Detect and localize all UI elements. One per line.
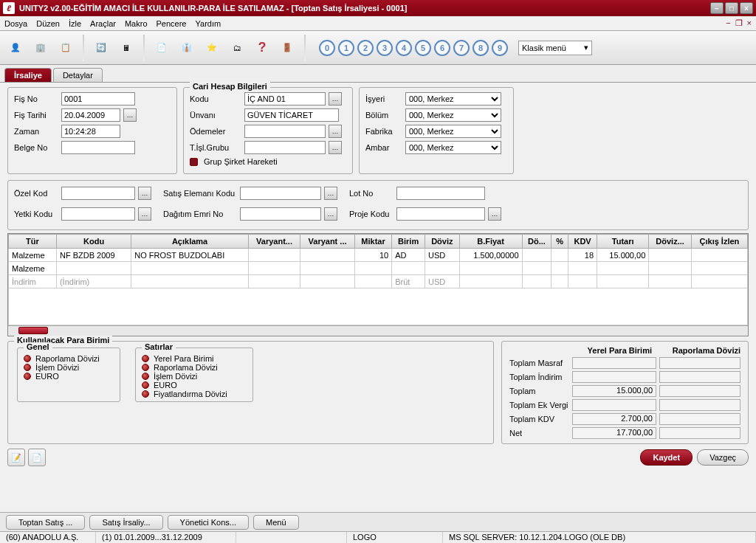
col-header[interactable]: Dö... (522, 235, 551, 249)
chk-grup[interactable] (190, 158, 198, 166)
col-header[interactable]: Çıkış İzlen (691, 235, 747, 249)
browse-odemeler[interactable]: … (329, 125, 342, 138)
tb-list-icon[interactable]: 📋 (55, 35, 77, 61)
radio-option[interactable]: Raporlama Dövizi (24, 354, 114, 363)
col-header[interactable]: Tutarı (597, 235, 649, 249)
col-header[interactable]: % (551, 235, 568, 249)
browse-tislgrubu[interactable]: … (329, 141, 342, 154)
task-satis[interactable]: Satış İrsaliy... (89, 515, 162, 530)
num-6[interactable]: 6 (434, 40, 450, 56)
col-header[interactable]: B.Fiyat (459, 235, 522, 249)
num-2[interactable]: 2 (357, 40, 374, 56)
num-7[interactable]: 7 (453, 40, 470, 56)
save-button[interactable]: Kaydet (640, 449, 693, 466)
mdi-minimize-icon[interactable]: − (726, 18, 730, 28)
num-8[interactable]: 8 (472, 40, 489, 56)
browse-yetkikodu[interactable]: … (138, 207, 151, 221)
menu-araclar[interactable]: Araçlar (90, 19, 116, 28)
mdi-close-icon[interactable]: × (747, 18, 752, 28)
sel-fabrika[interactable]: 000, Merkez (405, 125, 501, 138)
num-0[interactable]: 0 (319, 40, 335, 56)
sel-isyeri[interactable]: 000, Merkez (405, 92, 501, 106)
radio-option[interactable]: İşlem Dövizi (142, 372, 247, 381)
doc-button[interactable]: 📄 (28, 449, 46, 466)
num-1[interactable]: 1 (338, 40, 354, 56)
input-lotno[interactable] (396, 187, 485, 200)
tb-user-icon[interactable]: 👤 (4, 35, 27, 61)
menu-style-dropdown[interactable]: Klasik menü▾ (518, 41, 592, 55)
menu-duzen[interactable]: Düzen (36, 19, 60, 28)
menu-makro[interactable]: Makro (125, 19, 148, 28)
table-row[interactable]: Malzeme (9, 262, 748, 275)
tb-help-icon[interactable]: ? (251, 35, 273, 61)
input-satiseleman[interactable] (240, 187, 321, 200)
tb-building-icon[interactable]: 🏢 (30, 35, 52, 61)
num-9[interactable]: 9 (492, 40, 508, 56)
col-header[interactable]: KDV (568, 235, 597, 249)
input-belgeno[interactable] (61, 141, 135, 154)
tb-grid-icon[interactable]: 🗂 (226, 35, 248, 61)
input-dagitimemri[interactable] (240, 207, 321, 221)
tb-clipboard-icon[interactable]: 📄 (151, 35, 173, 61)
num-4[interactable]: 4 (396, 40, 412, 56)
table-row[interactable]: İndirim(İndirim)BrütUSD (9, 275, 748, 288)
col-header[interactable]: Varyant ... (300, 235, 355, 249)
menu-yardim[interactable]: Yardım (196, 19, 221, 28)
tb-person-icon[interactable]: 👔 (176, 35, 198, 61)
sel-bolum[interactable]: 000, Merkez (405, 108, 501, 122)
radio-option[interactable]: EURO (142, 381, 247, 390)
input-unvani[interactable] (244, 108, 339, 122)
radio-option[interactable]: Fiyatlandırma Dövizi (142, 390, 247, 398)
task-menu[interactable]: Menü (253, 515, 299, 530)
radio-option[interactable]: EURO (24, 372, 114, 381)
input-odemeler[interactable] (244, 125, 326, 138)
menu-izle[interactable]: İzle (69, 19, 81, 28)
input-zaman[interactable] (61, 125, 120, 138)
col-header[interactable]: Döviz... (649, 235, 692, 249)
col-header[interactable]: Miktar (354, 235, 391, 249)
sel-ambar[interactable]: 000, Merkez (405, 141, 501, 154)
col-header[interactable]: Döviz (425, 235, 459, 249)
task-yonetici[interactable]: Yönetici Kons... (168, 515, 249, 530)
cancel-button[interactable]: Vazgeç (697, 449, 749, 466)
tb-calc-icon[interactable]: 🖩 (115, 35, 137, 61)
input-fistarihi[interactable] (61, 108, 120, 122)
col-header[interactable]: Tür (9, 235, 57, 249)
browse-satiseleman[interactable]: … (324, 187, 337, 200)
browse-projekodu[interactable]: … (488, 207, 501, 221)
input-projekodu[interactable] (396, 207, 485, 221)
tab-detaylar[interactable]: Detaylar (53, 68, 103, 82)
radio-option[interactable]: Yerel Para Birimi (142, 354, 247, 363)
note-button[interactable]: 📝 (7, 449, 25, 466)
mdi-restore-icon[interactable]: ❐ (735, 18, 743, 28)
input-fisno[interactable] (61, 92, 135, 106)
radio-option[interactable]: Raporlama Dövizi (142, 363, 247, 372)
input-tislgrubu[interactable] (244, 141, 326, 154)
tb-refresh-icon[interactable]: 🔄 (90, 35, 112, 61)
tab-irsaliye[interactable]: İrsaliye (4, 68, 52, 82)
line-grid[interactable]: TürKoduAçıklamaVaryant...Varyant ...Mikt… (7, 233, 749, 336)
table-row[interactable]: MalzemeNF BZDB 2009NO FROST BUZDOLABI10A… (9, 249, 748, 262)
close-button[interactable]: × (740, 2, 753, 14)
input-ozelkod[interactable] (61, 187, 135, 200)
col-header[interactable]: Kodu (56, 235, 131, 249)
maximize-button[interactable]: □ (725, 2, 738, 14)
radio-option[interactable]: İşlem Dövizi (24, 363, 114, 372)
num-3[interactable]: 3 (377, 40, 393, 56)
col-header[interactable]: Açıklama (131, 235, 249, 249)
browse-dagitimemri[interactable]: … (324, 207, 337, 221)
tb-exit-icon[interactable]: 🚪 (276, 35, 298, 61)
browse-ozelkod[interactable]: … (138, 187, 151, 200)
col-header[interactable]: Birim (392, 235, 425, 249)
menu-pencere[interactable]: Pencere (157, 19, 187, 28)
num-5[interactable]: 5 (415, 40, 431, 56)
tb-starlist-icon[interactable]: ⭐ (201, 35, 223, 61)
task-toptan[interactable]: Toptan Satış ... (6, 515, 85, 530)
grid-hscroll[interactable] (8, 325, 748, 336)
browse-date[interactable]: … (123, 108, 137, 122)
input-yetkikodu[interactable] (61, 207, 135, 221)
col-header[interactable]: Varyant... (248, 235, 300, 249)
minimize-button[interactable]: − (710, 2, 724, 14)
browse-kodu[interactable]: … (329, 92, 342, 106)
menu-dosya[interactable]: Dosya (4, 19, 27, 28)
